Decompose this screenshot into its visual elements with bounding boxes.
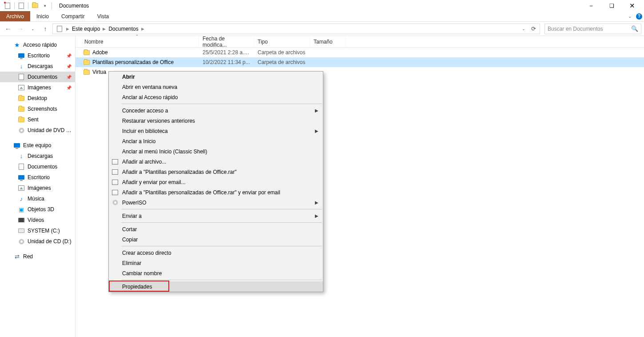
tab-compartir[interactable]: Compartir <box>55 11 91 21</box>
star-icon: ★ <box>13 41 20 48</box>
nav-back-button[interactable]: ← <box>3 24 13 34</box>
col-header-size[interactable]: Tamaño <box>310 36 346 47</box>
qat-properties-icon[interactable] <box>4 2 12 10</box>
archive-icon <box>111 168 119 176</box>
ctx-open-new-window[interactable]: Abrir en ventana nueva <box>109 82 323 92</box>
sidebar-item-system-c[interactable]: SYSTEM (C:) <box>0 225 75 236</box>
ctx-cut[interactable]: Cortar <box>109 224 323 234</box>
sidebar-item-cd-d[interactable]: Unidad de CD (D:) <box>0 236 75 247</box>
ribbon-tabs: Archivo Inicio Compartir Vista ⌄ ? <box>0 11 644 22</box>
ctx-send-to[interactable]: Enviar a▶ <box>109 211 323 221</box>
nav-forward-button[interactable]: → <box>15 24 26 34</box>
ctx-separator <box>121 246 322 246</box>
qat-folder-icon[interactable] <box>31 2 39 10</box>
breadcrumb-item[interactable]: Documentos <box>107 26 140 32</box>
sidebar-item-imagenes-pc[interactable]: Imágenes <box>0 183 75 193</box>
sidebar-quick-access[interactable]: ★ Acceso rápido <box>0 40 75 50</box>
sidebar-item-videos[interactable]: Vídeos <box>0 215 75 225</box>
col-header-date[interactable]: Fecha de modifica... <box>199 36 254 47</box>
minimize-button[interactable]: – <box>581 0 601 11</box>
download-icon: ↓ <box>18 152 25 160</box>
maximize-button[interactable]: ❏ <box>601 0 622 11</box>
chevron-right-icon[interactable]: ▶ <box>140 27 145 31</box>
sidebar-item-sent[interactable]: Sent <box>0 114 75 125</box>
help-button[interactable]: ? <box>634 11 644 21</box>
ctx-add-email[interactable]: Añadir y enviar por email... <box>109 177 323 187</box>
drive-icon <box>18 227 25 234</box>
sidebar-network[interactable]: ⇄ Red <box>0 251 75 262</box>
ctx-pin-classic-shell[interactable]: Anclar al menú Inicio (Classic Shell) <box>109 146 323 156</box>
ctx-include-library[interactable]: Incluir en biblioteca▶ <box>109 126 323 136</box>
nav-sidebar: ★ Acceso rápido Escritorio 📌 ↓ Descargas… <box>0 36 76 337</box>
qat-dropdown-icon[interactable]: ▾ <box>41 2 49 10</box>
sidebar-item-objetos3d[interactable]: ▣ Objetos 3D <box>0 204 75 215</box>
chevron-right-icon: ▶ <box>315 200 318 205</box>
sidebar-this-pc[interactable]: Este equipo <box>0 140 75 151</box>
ctx-rename[interactable]: Cambiar nombre <box>109 268 323 278</box>
sidebar-item-dvd[interactable]: Unidad de DVD RW <box>0 125 75 136</box>
help-icon: ? <box>636 13 642 20</box>
refresh-button[interactable]: ⟳ <box>528 24 539 34</box>
ctx-restore-versions[interactable]: Restaurar versiones anteriores <box>109 116 323 126</box>
ctx-open[interactable]: Abrir <box>109 72 323 82</box>
ctx-add-rar[interactable]: Añadir a "Plantillas personalizadas de O… <box>109 167 323 177</box>
ctx-pin-start[interactable]: Anclar a Inicio <box>109 136 323 146</box>
disc-icon <box>18 127 25 134</box>
search-input[interactable]: Buscar en Documentos 🔍 <box>545 24 641 34</box>
col-header-type[interactable]: Tipo <box>254 36 310 47</box>
qat-separator <box>28 2 28 9</box>
folder-icon <box>83 50 90 55</box>
ctx-copy[interactable]: Copiar <box>109 234 323 245</box>
sidebar-item-descargas[interactable]: ↓ Descargas 📌 <box>0 61 75 72</box>
tab-archivo[interactable]: Archivo <box>0 11 30 21</box>
close-button[interactable]: ✕ <box>622 0 642 11</box>
ctx-grant-access[interactable]: Conceder acceso a▶ <box>109 105 323 116</box>
nav-up-button[interactable]: ↑ <box>40 24 51 34</box>
ctx-add-rar-email[interactable]: Añadir a "Plantillas personalizadas de O… <box>109 187 323 197</box>
sidebar-item-escritorio[interactable]: Escritorio 📌 <box>0 50 75 61</box>
search-placeholder: Buscar en Documentos <box>548 26 603 32</box>
file-row[interactable]: Adobe 25/5/2021 2:28 a. m. Carpeta de ar… <box>76 48 644 57</box>
qat-newfolder-icon[interactable] <box>17 2 25 10</box>
chevron-right-icon[interactable]: ▶ <box>102 27 107 31</box>
folder-icon <box>18 95 25 102</box>
window-buttons: – ❏ ✕ <box>581 0 642 11</box>
disc-icon <box>111 199 119 206</box>
archive-icon <box>111 179 119 186</box>
col-header-name[interactable]: ⌃ Nombre <box>76 36 199 47</box>
sidebar-item-descargas-pc[interactable]: ↓ Descargas <box>0 151 75 161</box>
sidebar-item-documentos[interactable]: Documentos 📌 <box>0 72 75 82</box>
ctx-poweriso[interactable]: PowerISO▶ <box>109 197 323 208</box>
sidebar-item-screenshots[interactable]: Screenshots <box>0 104 75 114</box>
window-title: Documentos <box>59 3 89 9</box>
sidebar-item-escritorio-pc[interactable]: Escritorio <box>0 172 75 183</box>
tab-vista[interactable]: Vista <box>91 11 115 21</box>
file-row[interactable]: Plantillas personalizadas de Office 10/2… <box>76 57 644 67</box>
sidebar-item-musica[interactable]: ♪ Música <box>0 193 75 204</box>
ctx-properties[interactable]: Propiedades <box>109 281 323 292</box>
download-icon: ↓ <box>18 63 25 70</box>
sidebar-item-documentos-pc[interactable]: Documentos <box>0 161 75 172</box>
pin-icon: 📌 <box>66 75 72 80</box>
chevron-right-icon: ▶ <box>315 213 318 218</box>
music-icon: ♪ <box>18 195 25 202</box>
ribbon-collapse-icon[interactable]: ⌄ <box>625 11 634 21</box>
context-menu: Abrir Abrir en ventana nueva Anclar al A… <box>108 71 323 292</box>
image-icon <box>18 185 25 192</box>
breadcrumb-item[interactable]: Este equipo <box>70 26 102 32</box>
address-dropdown-icon[interactable]: ⌄ <box>519 24 528 34</box>
address-bar[interactable]: ▶ Este equipo ▶ Documentos ▶ ⌄ ⟳ <box>52 24 540 34</box>
chevron-right-icon: ▶ <box>315 108 318 113</box>
desktop-icon <box>18 52 25 59</box>
ctx-add-archive[interactable]: Añadir al archivo... <box>109 156 323 167</box>
sidebar-item-imagenes[interactable]: Imágenes 📌 <box>0 82 75 93</box>
chevron-right-icon[interactable]: ▶ <box>65 27 70 31</box>
nav-history-dropdown[interactable]: ⌄ <box>28 24 38 34</box>
ctx-pin-quick-access[interactable]: Anclar al Acceso rápido <box>109 92 323 102</box>
ctx-create-shortcut[interactable]: Crear acceso directo <box>109 248 323 258</box>
folder-icon <box>83 70 90 75</box>
ctx-delete[interactable]: Eliminar <box>109 258 323 268</box>
column-headers: ⌃ Nombre Fecha de modifica... Tipo Tamañ… <box>76 36 644 48</box>
sidebar-item-desktop[interactable]: Desktop <box>0 93 75 104</box>
tab-inicio[interactable]: Inicio <box>30 11 55 21</box>
